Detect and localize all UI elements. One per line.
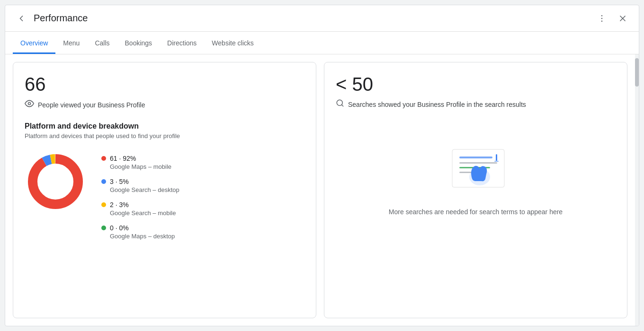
chart-section: 61 · 92% Google Maps – mobile 3 · 5% Goo… [25, 151, 304, 240]
header-actions [593, 10, 631, 27]
content-area: 66 People viewed your Business Profile P… [5, 54, 639, 326]
searches-card: < 50 Searches showed your Business Profi… [324, 62, 627, 318]
svg-point-6 [33, 159, 78, 204]
illustration-svg [438, 140, 514, 197]
tab-directions[interactable]: Directions [160, 34, 204, 54]
legend-dot-blue [101, 179, 106, 184]
header: Performance [5, 5, 639, 32]
chart-legend: 61 · 92% Google Maps – mobile 3 · 5% Goo… [101, 151, 304, 240]
svg-rect-12 [459, 157, 492, 158]
donut-chart [25, 151, 86, 212]
breakdown-subtitle: Platform and devices that people used to… [25, 132, 304, 139]
eye-icon [25, 99, 34, 111]
tab-bookings[interactable]: Bookings [117, 34, 160, 54]
tab-menu[interactable]: Menu [55, 34, 87, 54]
svg-point-1 [601, 17, 603, 19]
searches-stat-number: < 50 [336, 74, 616, 95]
views-stat-description: People viewed your Business Profile [25, 99, 304, 111]
legend-item-maps-mobile: 61 · 92% Google Maps – mobile [101, 155, 304, 170]
scroll-area[interactable]: 66 People viewed your Business Profile P… [5, 54, 635, 326]
legend-dot-red [101, 156, 106, 161]
scrollbar-thumb[interactable] [635, 58, 639, 87]
legend-dot-yellow [101, 202, 106, 207]
svg-point-2 [601, 20, 603, 22]
views-stat-number: 66 [25, 74, 304, 95]
close-button[interactable] [614, 10, 631, 27]
svg-point-0 [601, 15, 603, 16]
legend-dot-green [101, 226, 106, 230]
empty-state-illustration: More searches are needed for search term… [336, 121, 616, 235]
legend-item-maps-desktop: 0 · 0% Google Maps – desktop [101, 224, 304, 240]
back-button[interactable] [13, 10, 30, 27]
svg-point-5 [28, 103, 31, 105]
svg-line-10 [341, 105, 343, 106]
svg-rect-13 [459, 162, 497, 164]
scrollbar[interactable] [635, 54, 639, 326]
legend-item-search-desktop: 3 · 5% Google Search – desktop [101, 178, 304, 193]
tab-website-clicks[interactable]: Website clicks [204, 34, 261, 54]
search-icon [336, 99, 344, 110]
svg-rect-16 [496, 154, 497, 161]
tab-calls[interactable]: Calls [87, 34, 117, 54]
views-card: 66 People viewed your Business Profile P… [13, 62, 316, 318]
tab-overview[interactable]: Overview [13, 34, 55, 54]
empty-state-text: More searches are needed for search term… [389, 208, 563, 216]
searches-stat-description: Searches showed your Business Profile in… [336, 99, 616, 110]
legend-item-search-mobile: 2 · 3% Google Search – mobile [101, 201, 304, 217]
page-title: Performance [34, 13, 593, 24]
more-options-button[interactable] [593, 10, 610, 27]
breakdown-title: Platform and device breakdown [25, 122, 304, 131]
main-window: Performance Overview Menu Calls Bookings… [5, 5, 639, 326]
tabs-bar: Overview Menu Calls Bookings Directions … [5, 32, 639, 54]
svg-rect-17 [494, 161, 499, 162]
